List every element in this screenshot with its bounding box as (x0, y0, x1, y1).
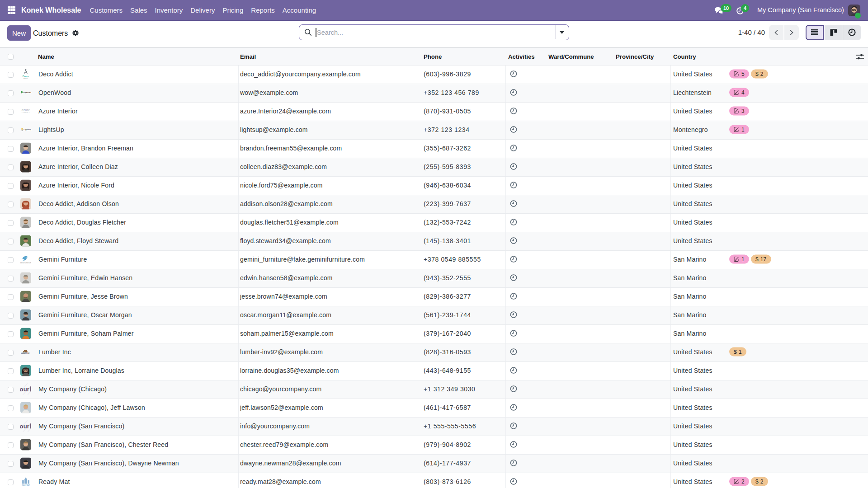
svg-text:azure: azure (22, 108, 30, 112)
svg-text:— interior —: — interior — (21, 112, 30, 113)
svg-text:LightsUp: LightsUp (24, 128, 31, 131)
svg-text:our: our (20, 385, 29, 392)
svg-text:Deco: Deco (23, 75, 29, 78)
svg-text:Addict: Addict (24, 78, 28, 80)
svg-text:our: our (20, 422, 29, 429)
svg-text:GEMINI FURNITURE: GEMINI FURNITURE (20, 262, 31, 263)
svg-text:READY MAT: READY MAT (22, 484, 30, 486)
svg-text:LUMBER INC: LUMBER INC (21, 352, 30, 354)
svg-text:OpenWood: OpenWood (24, 91, 31, 94)
